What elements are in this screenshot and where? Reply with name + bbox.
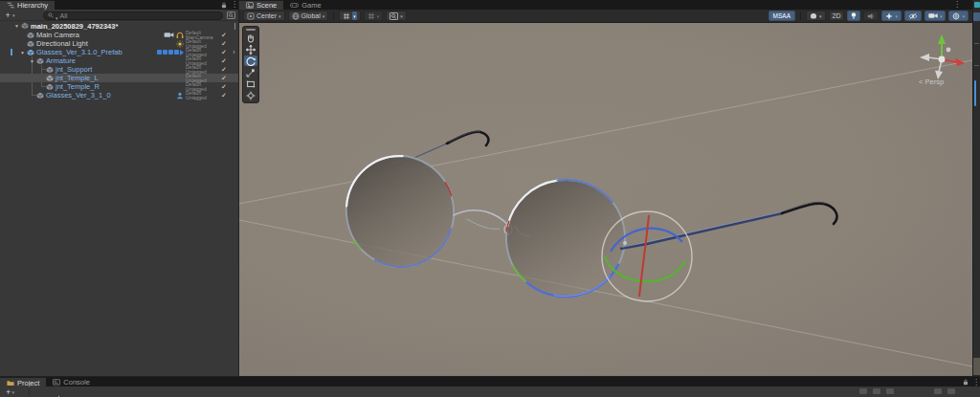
active-checkbox[interactable] bbox=[219, 57, 229, 65]
scale-tool[interactable] bbox=[244, 67, 257, 77]
row-glasses-mesh[interactable]: Glasses_Ver_3_1_0 DefaultUntagged bbox=[0, 91, 238, 99]
open-prefab-arrow[interactable] bbox=[231, 49, 237, 55]
scene-header-row[interactable]: main_20250829_4792343* bbox=[0, 21, 238, 31]
snap-move-icon bbox=[368, 12, 375, 20]
gameobject-cube-icon bbox=[46, 66, 54, 74]
row-glasses-prefab[interactable]: Glasses_Ver_3.1.0_Prefab DefaultUntagged bbox=[0, 48, 238, 56]
tab-game[interactable]: Game bbox=[283, 0, 327, 10]
audio-toggle[interactable] bbox=[863, 11, 879, 21]
project-create-button[interactable] bbox=[2, 387, 18, 397]
foldout-triangle-icon[interactable] bbox=[28, 58, 36, 64]
gameobject-cube-icon bbox=[36, 92, 44, 99]
toolbar-icon-partial[interactable] bbox=[947, 388, 955, 394]
orientation-gizmo: < Persp bbox=[919, 34, 965, 86]
axis-y-cone bbox=[938, 34, 946, 44]
rect-tool[interactable] bbox=[244, 78, 257, 89]
row-jnt-temple-l[interactable]: jnt_Temple_L DefaultUntagged bbox=[0, 74, 238, 82]
layer-tag-labels: DefaultUntagged bbox=[186, 91, 217, 99]
unity-editor-window: Hierarchy All bbox=[0, 0, 980, 397]
row-directional-light[interactable]: Directional Light DefaultUntagged bbox=[0, 39, 238, 48]
snap-move-dropdown[interactable] bbox=[364, 11, 384, 21]
toolbar-icon-partial[interactable] bbox=[859, 388, 867, 394]
active-checkbox[interactable] bbox=[219, 32, 229, 39]
scene-visibility-eye-icon bbox=[908, 12, 918, 20]
row-main-camera[interactable]: Main Camera DefaultMainCamera bbox=[0, 31, 238, 39]
tab-hierarchy[interactable]: Hierarchy bbox=[0, 0, 55, 10]
msaa-button[interactable]: MSAA bbox=[768, 11, 795, 21]
active-checkbox[interactable] bbox=[219, 49, 229, 56]
scrollbar-thumb[interactable] bbox=[974, 80, 976, 106]
foldout-triangle-icon[interactable] bbox=[12, 23, 21, 29]
persp-label[interactable]: < Persp bbox=[919, 77, 944, 86]
scene-name: main_20250829_4792343* bbox=[31, 22, 118, 31]
collapsed-dropdown[interactable] bbox=[973, 12, 980, 21]
prefab-override-bar bbox=[11, 49, 12, 55]
toolbar-icon-partial[interactable] bbox=[873, 388, 880, 394]
active-checkbox[interactable] bbox=[219, 66, 229, 74]
star-icon[interactable] bbox=[56, 388, 62, 395]
gameobject-cube-icon bbox=[27, 40, 34, 48]
draw-mode-dropdown[interactable] bbox=[806, 11, 826, 21]
grid-snap-icon bbox=[343, 12, 350, 20]
lock-icon[interactable] bbox=[221, 2, 227, 9]
gameobject-cube-icon bbox=[46, 75, 54, 82]
scene-row-menu[interactable] bbox=[234, 23, 235, 30]
toolbar-icon-partial[interactable] bbox=[934, 388, 942, 394]
panel-tab-cube-icon[interactable] bbox=[974, 2, 980, 8]
effects-dropdown[interactable] bbox=[881, 11, 902, 21]
skinned-mesh-icon bbox=[176, 92, 184, 99]
rect-icon bbox=[246, 79, 256, 89]
kebab-menu-icon[interactable] bbox=[231, 1, 236, 9]
effects-star-icon bbox=[885, 12, 893, 20]
active-checkbox[interactable] bbox=[219, 83, 229, 91]
row-armature[interactable]: Armature DefaultUntagged bbox=[0, 56, 238, 65]
docked-panel-edge bbox=[972, 0, 980, 376]
2d-toggle[interactable]: 2D bbox=[829, 11, 845, 21]
hand-tool[interactable] bbox=[244, 33, 257, 43]
active-checkbox[interactable] bbox=[219, 75, 229, 82]
hinge-dot bbox=[623, 241, 627, 245]
tool-handle-position-dropdown[interactable]: Center bbox=[243, 11, 285, 21]
row-jnt-temple-r[interactable]: jnt_Temple_R DefaultUntagged bbox=[0, 82, 238, 91]
foldout-triangle-icon[interactable] bbox=[18, 50, 27, 55]
kebab-menu-icon[interactable] bbox=[972, 379, 978, 386]
transform-icon bbox=[246, 91, 256, 100]
create-object-button[interactable] bbox=[2, 11, 18, 20]
toolbar-icon-partial[interactable] bbox=[886, 388, 894, 394]
hierarchy-search-input[interactable]: All bbox=[43, 11, 223, 20]
strip-footer bbox=[973, 358, 980, 375]
tab-scene[interactable]: Scene bbox=[239, 0, 283, 10]
tool-handle-rotation-dropdown[interactable]: Global bbox=[288, 11, 329, 21]
axis-neg-cone bbox=[920, 54, 929, 61]
search-icon bbox=[48, 12, 54, 18]
kebab-menu-icon[interactable] bbox=[953, 1, 959, 9]
rotate-tool[interactable] bbox=[244, 55, 257, 66]
scene-viewport[interactable]: < Persp bbox=[239, 23, 972, 376]
prefab-override-chips bbox=[157, 50, 184, 55]
gameobject-cube-icon bbox=[27, 32, 34, 39]
cameras-dropdown[interactable] bbox=[924, 11, 947, 21]
transform-tool[interactable] bbox=[244, 90, 257, 100]
active-checkbox[interactable] bbox=[219, 92, 229, 99]
scene-visibility-toggle[interactable] bbox=[904, 11, 922, 21]
overlay-drag-handle[interactable] bbox=[246, 29, 256, 31]
window-search-icon[interactable] bbox=[227, 11, 235, 19]
lock-icon[interactable] bbox=[963, 379, 969, 386]
grid-snap-dropdown[interactable] bbox=[339, 11, 361, 21]
gizmos-sphere-icon bbox=[952, 12, 960, 20]
gameobject-cube-icon bbox=[46, 83, 54, 91]
gizmos-dropdown[interactable] bbox=[948, 11, 969, 21]
lighting-toggle[interactable] bbox=[847, 11, 860, 21]
row-jnt-support[interactable]: jnt_Support DefaultUntagged bbox=[0, 65, 238, 74]
hierarchy-icon bbox=[7, 2, 14, 9]
hierarchy-tabbar: Hierarchy bbox=[0, 0, 238, 10]
move-tool[interactable] bbox=[244, 44, 257, 55]
active-checkbox[interactable] bbox=[219, 40, 229, 48]
folder-icon bbox=[7, 380, 14, 386]
project-toolbar-partial bbox=[0, 386, 980, 397]
snap-increment-dropdown[interactable] bbox=[386, 11, 407, 21]
scene-toolbar: Center Global MSAA bbox=[239, 10, 972, 23]
scene-tabbar: Scene Game bbox=[239, 0, 972, 10]
viewport-render: < Persp bbox=[239, 23, 972, 376]
scale-icon bbox=[246, 68, 256, 77]
